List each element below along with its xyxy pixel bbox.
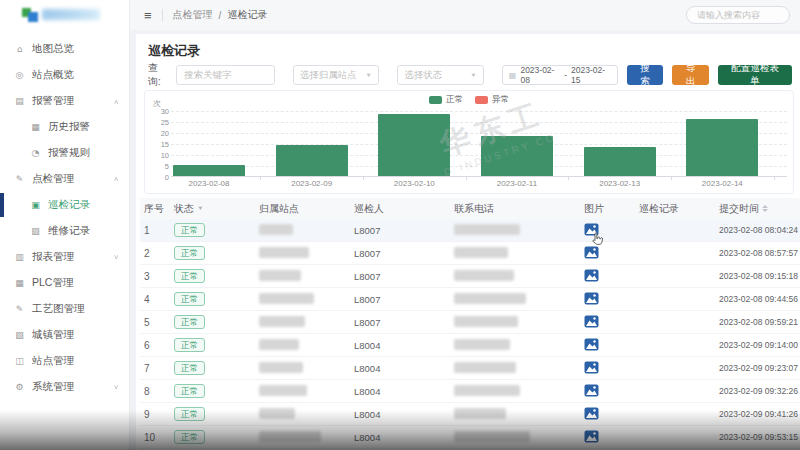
sidebar-item-history-alarm[interactable]: ▦ 历史报警 [0, 114, 129, 140]
status-badge: 正常 [174, 361, 205, 375]
bar-2023-02-14[interactable] [686, 119, 758, 176]
cell-index: 5 [140, 317, 170, 328]
legend-swatch [475, 96, 488, 104]
inspection-records-table: 序号状态▼归属站点巡检人联系电话图片巡检记录提交时间 1 正常 L8007 20… [140, 198, 800, 450]
sidebar-item-site-management[interactable]: ◫ 站点管理 [0, 348, 129, 374]
sidebar-item-system-management[interactable]: ⚙ 系统管理∨ [0, 374, 129, 400]
cell-image[interactable] [580, 292, 635, 307]
x-axis-tick [568, 177, 569, 180]
cell-inspector: L8007 [350, 294, 450, 305]
sidebar-item-site-overview[interactable]: ◎ 站点概览 [0, 62, 129, 88]
cell-image[interactable] [580, 315, 635, 330]
phone-redacted [454, 293, 526, 304]
status-filter-icon[interactable]: ▼ [197, 206, 204, 212]
x-axis-tick [466, 177, 467, 180]
cell-image[interactable] [580, 338, 635, 353]
cell-image[interactable] [580, 223, 635, 238]
bar-2023-02-10[interactable] [378, 114, 450, 176]
column-header-2[interactable]: 状态▼ [170, 202, 255, 216]
image-icon[interactable] [584, 315, 599, 328]
cell-inspector: L8004 [350, 386, 450, 397]
status-badge: 正常 [174, 430, 205, 444]
cell-submit-time: 2023-02-08 09:15:18 [715, 271, 800, 281]
global-search-input[interactable]: 请输入搜索内容 [686, 6, 790, 24]
keyword-input[interactable]: 搜索关键字 [176, 65, 274, 85]
cell-submit-time: 2023-02-09 09:41:26 [715, 409, 800, 419]
image-icon[interactable] [584, 361, 599, 374]
date-separator: - [564, 70, 567, 80]
sidebar-item-process-diagram[interactable]: ✎ 工艺图管理 [0, 296, 129, 322]
cell-image[interactable] [580, 384, 635, 399]
bar-2023-02-11[interactable] [481, 136, 553, 176]
sidebar-item-label: 报表管理 [32, 250, 74, 264]
top-header: ≡ 点检管理 / 巡检记录 请输入搜索内容 [130, 0, 800, 30]
breadcrumb-page: 巡检记录 [227, 8, 267, 22]
system-management-icon: ⚙ [14, 382, 25, 392]
date-start: 2023-02-08 [520, 65, 560, 85]
cell-submit-time: 2023-02-09 09:23:07 [715, 363, 800, 373]
site-redacted [259, 362, 303, 373]
image-icon[interactable] [584, 292, 599, 305]
export-button[interactable]: 导出 [672, 65, 709, 85]
date-range-picker[interactable]: ▦ 2023-02-08 - 2023-02-15 [502, 65, 618, 85]
x-axis-tick [363, 177, 364, 180]
sidebar-item-town-management[interactable]: ▧ 城镇管理 [0, 322, 129, 348]
cell-image[interactable] [580, 361, 635, 376]
image-icon[interactable] [584, 246, 599, 259]
status-select[interactable]: 选择状态▼ [397, 65, 484, 85]
site-overview-icon: ◎ [14, 70, 25, 80]
sidebar-item-report-management[interactable]: ▥ 报表管理∨ [0, 244, 129, 270]
bar-2023-02-13[interactable] [584, 147, 656, 176]
sidebar-item-repair-records[interactable]: ▨ 维修记录 [0, 218, 129, 244]
breadcrumb-section[interactable]: 点检管理 [173, 8, 213, 22]
configure-inspection-form-button[interactable]: 配置巡检表单 [718, 65, 792, 85]
cell-inspector: L8007 [350, 317, 450, 328]
column-header-7: 巡检记录 [635, 202, 715, 216]
sidebar-item-label: 工艺图管理 [32, 302, 85, 316]
bar-2023-02-08[interactable] [173, 165, 245, 176]
cell-index: 9 [140, 409, 170, 420]
image-icon[interactable] [584, 269, 599, 282]
image-icon[interactable] [584, 384, 599, 397]
x-axis-tick-label: 2023-02-08 [164, 179, 254, 188]
sort-icon[interactable] [762, 205, 768, 212]
cell-submit-time: 2023-02-08 09:59:21 [715, 317, 800, 327]
image-icon[interactable] [584, 407, 599, 420]
site-redacted [259, 385, 307, 396]
column-header-8[interactable]: 提交时间 [715, 202, 800, 216]
image-icon[interactable] [584, 338, 599, 351]
sidebar-item-alarm-management[interactable]: ▤ 报警管理∧ [0, 88, 129, 114]
site-redacted [259, 224, 293, 235]
cell-image[interactable] [580, 246, 635, 261]
logo-icon [22, 6, 38, 22]
sidebar-item-label: 点检管理 [32, 172, 74, 186]
chevron-up-icon: ∧ [113, 175, 119, 182]
image-icon[interactable] [584, 430, 599, 443]
cell-submit-time: 2023-02-09 09:53:15 [715, 432, 800, 442]
cell-image[interactable] [580, 269, 635, 284]
x-axis-tick-label: 2023-02-09 [267, 179, 357, 188]
table-row: 6 正常 L8004 2023-02-09 09:14:00 [140, 334, 800, 357]
table-row: 5 正常 L8007 2023-02-08 09:59:21 [140, 311, 800, 334]
cell-image[interactable] [580, 430, 635, 445]
divider [162, 9, 163, 21]
legend-item-abnormal[interactable]: 异常 [475, 94, 509, 106]
cell-submit-time: 2023-02-08 08:57:57 [715, 248, 800, 258]
table-row: 2 正常 L8007 2023-02-08 08:57:57 [140, 242, 800, 265]
table-row: 3 正常 L8007 2023-02-08 09:15:18 [140, 265, 800, 288]
sidebar-item-alarm-rules[interactable]: ◔ 报警规则 [0, 140, 129, 166]
cell-image[interactable] [580, 407, 635, 422]
cell-submit-time: 2023-02-09 09:14:00 [715, 340, 800, 350]
sidebar-item-inspection-records[interactable]: ▣ 巡检记录 [0, 192, 129, 218]
sidebar-collapse-icon[interactable]: ≡ [144, 9, 152, 22]
search-button[interactable]: 搜索 [627, 65, 664, 85]
site-select[interactable]: 选择归属站点▼ [293, 65, 380, 85]
sidebar-item-map-overview[interactable]: ⌂ 地图总览 [0, 36, 129, 62]
plc-management-icon: ▦ [14, 278, 25, 288]
legend-item-normal[interactable]: 正常 [429, 94, 463, 106]
report-management-icon: ▥ [14, 252, 25, 262]
sidebar-item-plc-management[interactable]: ▦ PLC管理 [0, 270, 129, 296]
x-axis-tick [260, 177, 261, 180]
bar-2023-02-09[interactable] [276, 145, 348, 176]
sidebar-item-inspection-management[interactable]: ✎ 点检管理∧ [0, 166, 129, 192]
